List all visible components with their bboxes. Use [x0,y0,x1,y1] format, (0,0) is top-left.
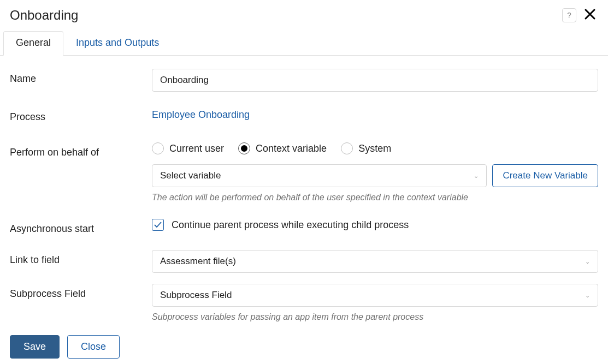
dialog-header: Onboarding ? [10,8,598,23]
async-start-label: Asynchronous start [10,219,152,235]
link-to-field-select[interactable]: Assessment file(s) ⌄ [152,250,598,273]
async-start-checkbox[interactable]: Continue parent process while executing … [152,219,598,231]
close-button[interactable] [582,8,598,23]
row-name: Name [10,69,598,92]
dialog: Onboarding ? General Inputs and Outputs … [0,0,608,364]
form-general: Name Process Employee Onboarding Perform… [10,56,598,359]
dialog-title: Onboarding [10,8,78,23]
row-link-to-field: Link to field Assessment file(s) ⌄ [10,250,598,273]
save-button[interactable]: Save [10,335,60,359]
subprocess-field-help: Subprocess variables for passing an app … [152,312,598,322]
radio-label-current-user: Current user [169,143,224,154]
radio-context-variable[interactable]: Context variable [238,142,327,154]
tab-general[interactable]: General [3,31,63,56]
dialog-footer: Save Close [10,335,598,359]
row-perform-on-behalf: Perform on behalf of Current user Contex… [10,142,598,202]
subprocess-field-label: Subprocess Field [10,284,152,300]
radio-icon [238,142,250,154]
radio-icon [152,142,164,154]
tab-inputs-outputs[interactable]: Inputs and Outputs [63,31,172,56]
subprocess-field-select[interactable]: Subprocess Field ⌄ [152,284,598,307]
variable-select-value: Select variable [160,170,221,181]
process-link[interactable]: Employee Onboarding [152,107,250,121]
help-button[interactable]: ? [562,8,576,22]
radio-icon [341,142,353,154]
radio-label-system: System [358,143,391,154]
row-subprocess-field: Subprocess Field Subprocess Field ⌄ Subp… [10,284,598,322]
variable-select[interactable]: Select variable ⌄ [152,164,487,187]
close-dialog-button[interactable]: Close [67,335,120,359]
radio-current-user[interactable]: Current user [152,142,224,154]
perform-on-behalf-help: The action will be performed on behalf o… [152,193,598,202]
row-process: Process Employee Onboarding [10,107,598,123]
checkbox-checked-icon [152,219,164,231]
help-icon: ? [567,11,571,20]
name-input[interactable] [152,69,598,92]
chevron-down-icon: ⌄ [585,258,590,265]
radio-label-context-variable: Context variable [256,143,327,154]
tabs: General Inputs and Outputs [0,31,608,56]
chevron-down-icon: ⌄ [474,172,479,180]
name-label: Name [10,69,152,85]
perform-on-behalf-label: Perform on behalf of [10,142,152,158]
process-label: Process [10,107,152,123]
async-start-checkbox-label: Continue parent process while executing … [172,219,409,231]
radio-system[interactable]: System [341,142,391,154]
perform-on-behalf-radios: Current user Context variable System [152,142,598,154]
close-icon [584,8,596,20]
link-to-field-label: Link to field [10,250,152,266]
link-to-field-value: Assessment file(s) [160,256,236,267]
create-new-variable-button[interactable]: Create New Variable [492,164,598,187]
subprocess-field-value: Subprocess Field [160,290,232,301]
chevron-down-icon: ⌄ [585,292,590,299]
row-async-start: Asynchronous start Continue parent proce… [10,219,598,235]
